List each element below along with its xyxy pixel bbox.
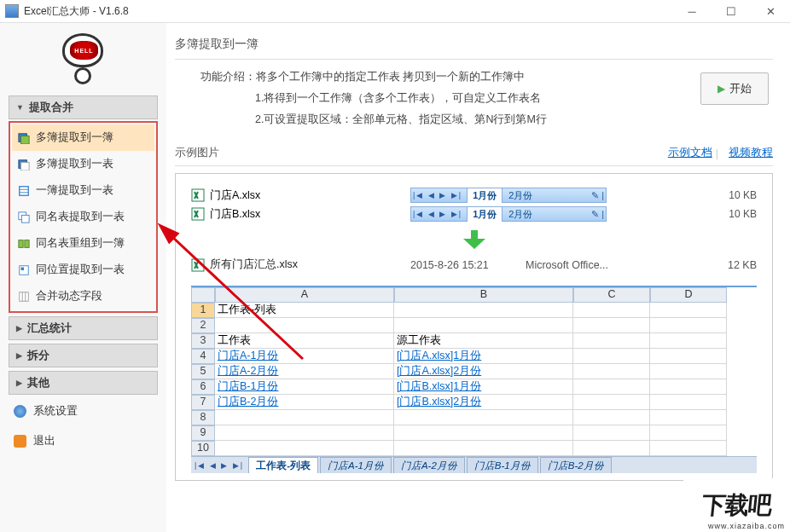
- svg-rect-8: [21, 215, 29, 223]
- nav-group-extract[interactable]: 提取合并: [9, 95, 158, 119]
- source-file-row: 门店B.xlsx |◀ ◀ ▶ ▶|1月份2月份✎ | 10 KB: [191, 205, 757, 223]
- svg-rect-12: [21, 267, 25, 270]
- sheet-link[interactable]: [门店B.xlsx]1月份: [394, 379, 573, 395]
- system-settings[interactable]: 系统设置: [9, 398, 158, 425]
- play-icon: ▶: [717, 83, 725, 95]
- video-tutorial-link[interactable]: 视频教程: [729, 146, 773, 160]
- example-preview: 门店A.xlsx |◀ ◀ ▶ ▶|1月份2月份✎ | 10 KB 门店B.xl…: [175, 173, 773, 481]
- example-label: 示例图片: [175, 146, 219, 160]
- nav-item-samename-regroup[interactable]: 同名表重组到一簿: [12, 230, 154, 257]
- sheet-tab[interactable]: 门店A-2月份: [393, 457, 465, 474]
- robot-logo: HELL: [55, 32, 111, 87]
- sheet-tab[interactable]: 工作表-列表: [248, 457, 318, 474]
- page-title: 多簿提取到一簿: [175, 32, 773, 57]
- sheet-link[interactable]: [门店A.xlsx]2月份: [394, 364, 573, 379]
- arrow-down-icon: [191, 230, 757, 252]
- nav-item-multi-to-one-book[interactable]: 多簿提取到一簿: [12, 124, 154, 151]
- app-icon: [5, 4, 19, 18]
- mini-tabs: |◀ ◀ ▶ ▶|1月份2月份✎ |: [410, 188, 607, 203]
- description: 功能介绍：将多个工作簿中的指定工作表 拷贝到一个新的工作簿中 1.将得到一个工作…: [175, 66, 773, 130]
- sheet-link[interactable]: 门店B-1月份: [215, 379, 394, 395]
- maximize-button[interactable]: ☐: [712, 0, 751, 23]
- nav-group-summary[interactable]: 汇总统计: [9, 316, 158, 340]
- mini-tabs: |◀ ◀ ▶ ▶|1月份2月份✎ |: [410, 206, 607, 222]
- sheet-nav[interactable]: |◀ ◀ ▶ ▶|: [191, 461, 247, 470]
- sheet-link[interactable]: 门店A-1月份: [215, 349, 394, 364]
- nav-item-samename-to-sheet[interactable]: 同名表提取到一表: [12, 204, 154, 230]
- svg-rect-10: [25, 240, 29, 247]
- sheet-tab[interactable]: 门店B-1月份: [467, 457, 538, 474]
- sheet-tabs: |◀ ◀ ▶ ▶| 工作表-列表 门店A-1月份 门店A-2月份 门店B-1月份…: [191, 456, 757, 473]
- titlebar: Excel汇总大师 - V1.6.8 ─ ☐ ✕: [0, 0, 790, 23]
- sheet-link[interactable]: 门店B-2月份: [215, 395, 394, 410]
- sheet-tab[interactable]: 门店A-1月份: [320, 457, 392, 474]
- sheet-link[interactable]: [门店A.xlsx]1月份: [394, 349, 573, 364]
- svg-rect-17: [192, 208, 204, 220]
- nav-item-one-book-to-sheet[interactable]: 一簿提取到一表: [12, 177, 154, 204]
- exit-icon: [14, 435, 26, 448]
- minimize-button[interactable]: ─: [672, 0, 712, 23]
- watermark: 下载吧 www.xiazaiba.com: [683, 478, 790, 532]
- content: 多簿提取到一簿 功能介绍：将多个工作簿中的指定工作表 拷贝到一个新的工作簿中 1…: [166, 23, 790, 532]
- svg-rect-9: [19, 240, 23, 247]
- result-file-row: 所有门店汇总.xlsx 2015-8-26 15:21 Microsoft Of…: [191, 256, 757, 280]
- sheet-tab[interactable]: 门店B-2月份: [540, 457, 612, 474]
- sheet-link[interactable]: [门店B.xlsx]2月份: [394, 395, 573, 410]
- nav-group-extract-items: 多簿提取到一簿 多簿提取到一表 一簿提取到一表 同名表提取到一表 同名表重组到一…: [9, 121, 158, 313]
- nav-item-multi-to-one-sheet[interactable]: 多簿提取到一表: [12, 151, 154, 177]
- nav-item-samepos-to-sheet[interactable]: 同位置提取到一表: [12, 257, 154, 283]
- spreadsheet: A B C D 1工作表-列表 2 3工作表源工作表 4门店A-1月份[门店A.…: [191, 286, 757, 473]
- svg-rect-16: [192, 189, 204, 201]
- system-exit[interactable]: 退出: [9, 428, 158, 454]
- excel-icon: [191, 188, 205, 202]
- svg-rect-1: [21, 136, 30, 144]
- svg-rect-4: [20, 186, 29, 195]
- example-doc-link[interactable]: 示例文档: [668, 146, 712, 160]
- svg-rect-3: [21, 162, 30, 171]
- sheet-link[interactable]: 门店A-2月份: [215, 364, 394, 379]
- nav-item-merge-dynamic[interactable]: 合并动态字段: [12, 283, 154, 309]
- source-file-row: 门店A.xlsx |◀ ◀ ▶ ▶|1月份2月份✎ | 10 KB: [191, 186, 757, 205]
- nav-group-other[interactable]: 其他: [9, 371, 158, 395]
- window-title: Excel汇总大师 - V1.6.8: [24, 4, 672, 19]
- sidebar: HELL 提取合并 多簿提取到一簿 多簿提取到一表 一簿提取到一表 同名表提取到…: [0, 23, 166, 532]
- excel-icon: [191, 258, 205, 272]
- svg-rect-18: [192, 259, 204, 271]
- svg-rect-13: [20, 292, 29, 301]
- start-button[interactable]: ▶开始: [700, 72, 769, 105]
- excel-icon: [191, 207, 205, 221]
- nav-group-split[interactable]: 拆分: [9, 344, 158, 367]
- gear-icon: [14, 405, 26, 418]
- close-button[interactable]: ✕: [751, 0, 790, 23]
